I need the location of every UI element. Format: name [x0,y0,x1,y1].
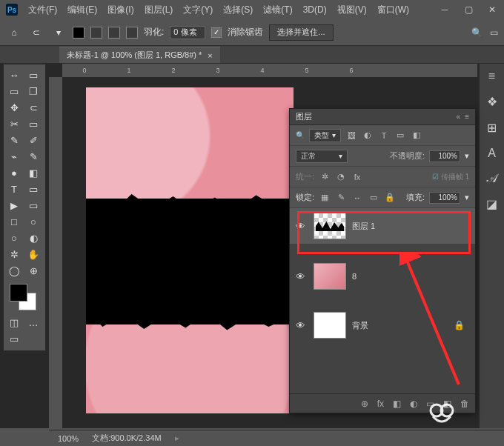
tool-move[interactable]: ↔ [5,67,23,82]
fill-input[interactable]: 100% [429,192,460,204]
menu-layer[interactable]: 图层(L) [145,4,173,16]
unify-pos-icon[interactable]: ✲ [319,172,331,182]
search-icon[interactable]: 🔍 [471,27,483,38]
layer-row[interactable]: 👁 背景 🔒 [290,307,475,343]
panel-paragraph-icon[interactable]: 𝒜 [487,172,497,185]
tool-hand[interactable]: ✲ [5,247,23,262]
fill-chevron-icon[interactable]: ▾ [465,193,469,202]
adjustment-layer-icon[interactable]: ◐ [410,399,417,409]
maximize-button[interactable]: ▢ [457,1,480,18]
tool-shape[interactable]: ▭ [24,198,42,213]
home-icon[interactable]: ⌂ [6,24,22,41]
panel-properties-icon[interactable]: ◪ [486,197,497,211]
tab-close-icon[interactable]: × [208,51,212,60]
panel-swatches-icon[interactable]: ⊞ [487,121,497,135]
filter-type-select[interactable]: 类型 ▾ [309,129,341,142]
tool-type[interactable]: T [5,182,23,196]
panel-menu-icon[interactable]: ≡ [465,113,469,121]
select-mask-button[interactable]: 选择并遮住... [269,24,333,41]
menu-3d[interactable]: 3D(D) [303,4,327,15]
tool-rotate[interactable]: ✋ [24,247,42,262]
layer-mask-icon[interactable]: ◧ [393,399,401,409]
layer-name[interactable]: 图层 1 [352,221,375,232]
delete-layer-icon[interactable]: 🗑 [460,399,469,409]
layer-thumbnail[interactable] [314,213,346,239]
close-button[interactable]: ✕ [480,1,504,18]
menu-image[interactable]: 图像(I) [107,4,133,16]
color-swatches[interactable] [5,282,44,315]
layer-name[interactable]: 8 [352,272,357,281]
minimize-button[interactable]: ─ [433,1,457,18]
unify-vis-icon[interactable]: ◔ [335,172,347,182]
filter-type-icon[interactable]: T [378,131,390,140]
tool-extra[interactable]: ⊕ [24,263,42,278]
tool-stamp[interactable]: ⌁ [5,149,23,164]
tool-select[interactable]: ▶ [5,198,23,213]
link-layers-icon[interactable]: ⊕ [361,399,368,409]
blend-mode-select[interactable]: 正常▾ [296,150,348,163]
tool-custom[interactable]: ◐ [24,230,42,245]
antialias-checkbox[interactable]: ✓ [211,27,222,38]
panel-character-icon[interactable]: A [488,147,496,160]
layer-row[interactable]: 👁 图层 1 [290,208,475,244]
zoom-level[interactable]: 100% [58,434,79,443]
menu-view[interactable]: 视图(V) [337,4,367,16]
filter-pixel-icon[interactable]: 🖼 [345,131,357,140]
chevron-down-icon[interactable]: ▾ [50,24,67,41]
visibility-toggle[interactable]: 👁 [293,221,308,232]
filter-shape-icon[interactable]: ▭ [394,130,406,140]
selection-intersect[interactable] [126,27,138,39]
lock-artboard-icon[interactable]: ▭ [368,193,379,202]
tool-gradient[interactable]: ◧ [24,165,42,180]
tool-path[interactable]: ▭ [24,182,42,196]
menu-filter[interactable]: 滤镜(T) [263,4,292,16]
document-tab[interactable]: 未标题-1 @ 100% (图层 1, RGB/8#) * × [59,47,220,63]
panel-collapse-icon[interactable]: « [457,113,461,121]
lock-pos-icon[interactable]: ↔ [351,193,363,202]
tool-eyedrop[interactable]: ▭ [24,116,42,131]
visibility-toggle[interactable]: 👁 [293,271,308,282]
lock-all-icon[interactable]: 🔒 [384,193,396,202]
layers-tab[interactable]: 图层 «≡ [290,109,475,125]
tool-ellipse[interactable]: ○ [24,214,42,229]
tool-quickselect[interactable]: ✥ [5,100,23,115]
tool-artboard[interactable]: ▭ [24,67,42,82]
tool-frame[interactable]: ✂ [5,116,23,131]
selection-add[interactable] [90,27,102,39]
tool-lasso[interactable]: ❐ [24,84,42,99]
menu-select[interactable]: 选择(S) [223,4,253,16]
menu-window[interactable]: 窗口(W) [377,4,409,16]
tool-marquee[interactable]: ▭ [5,84,23,99]
layer-thumbnail[interactable] [314,312,346,339]
panel-color-icon[interactable]: ❖ [487,95,497,109]
tool-quickmask[interactable]: ◫ [5,315,23,330]
selection-subtract[interactable] [108,27,120,39]
lock-trans-icon[interactable]: ▦ [319,193,331,202]
selection-new[interactable] [73,27,84,39]
workspace-icon[interactable]: ▭ [490,27,498,38]
layer-row[interactable]: 👁 8 [290,259,475,294]
menu-file[interactable]: 文件(F) [28,4,57,16]
visibility-toggle[interactable]: 👁 [293,320,308,331]
tool-poly[interactable]: ○ [5,230,23,245]
opacity-input[interactable]: 100% [429,150,460,162]
tool-history[interactable]: ✎ [24,149,42,164]
lasso-tool-icon[interactable]: ⊂ [28,24,44,41]
tool-more[interactable]: … [24,315,42,330]
menu-type[interactable]: 文字(Y) [183,4,213,16]
filter-adjust-icon[interactable]: ◐ [362,130,374,140]
tool-eraser[interactable]: ● [5,165,23,180]
foreground-color[interactable] [10,284,27,302]
lock-pixel-icon[interactable]: ✎ [335,193,347,202]
menu-edit[interactable]: 编辑(E) [67,4,97,16]
tool-screenmode[interactable]: ▭ [5,331,23,346]
filter-smart-icon[interactable]: ◧ [411,130,422,140]
tool-brush[interactable]: ✐ [24,133,42,147]
feather-input[interactable] [170,26,205,39]
layer-thumbnail[interactable] [314,263,346,290]
layer-fx-icon[interactable]: fx [377,399,384,409]
tool-heal[interactable]: ✎ [5,133,23,147]
layer-name[interactable]: 背景 [352,320,368,331]
opacity-chevron-icon[interactable]: ▾ [465,151,469,161]
tool-rect[interactable]: □ [5,214,23,229]
